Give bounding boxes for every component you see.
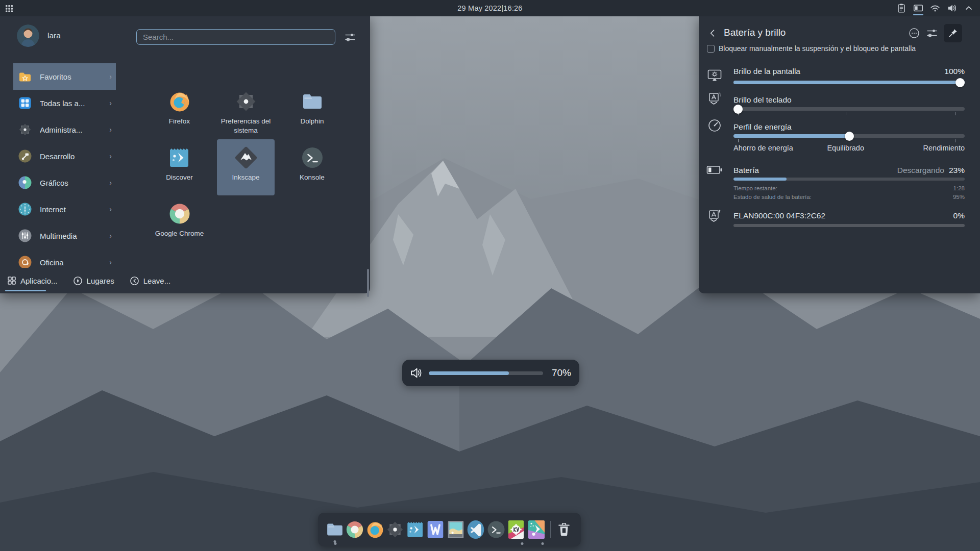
app-discover[interactable]: Discover — [151, 139, 208, 195]
inkscape-icon — [234, 146, 258, 169]
app-firefox[interactable]: Firefox — [151, 83, 208, 139]
battery-status: Descargando 23% — [897, 166, 965, 175]
app-label: Firefox — [169, 117, 190, 126]
app-launcher-icon[interactable] — [4, 4, 14, 14]
trash-icon — [556, 521, 572, 538]
dock-item-firefox[interactable] — [365, 517, 385, 542]
app-preferencias-del-sistema[interactable]: Preferencias del sistema — [217, 83, 275, 139]
volume-osd: 70% — [402, 360, 579, 386]
emoji-circle-icon[interactable] — [907, 26, 921, 40]
pin-icon — [947, 28, 959, 39]
dock-item-konsole[interactable] — [486, 517, 506, 542]
dock-item-writer[interactable] — [426, 517, 446, 542]
tab-aplicaciones[interactable]: Aplicacio... — [6, 276, 59, 285]
keyboard-brightness-label: Brillo del teclado — [733, 95, 792, 105]
sidebar-item-graficos[interactable]: Gráficos › — [13, 169, 116, 196]
power-profile-slider[interactable] — [733, 134, 965, 138]
power-profile-icon — [706, 118, 723, 133]
sidebar-item-oficina[interactable]: Oficina › — [13, 249, 116, 268]
configure-sliders-icon[interactable] — [344, 31, 357, 43]
category-label: Internet — [40, 205, 102, 214]
dock — [318, 513, 581, 546]
dock-item-dolphin[interactable] — [325, 517, 345, 542]
configure-sliders-icon[interactable] — [925, 26, 939, 40]
pin-button-active[interactable] — [944, 24, 962, 42]
app-dolphin[interactable]: Dolphin — [283, 83, 341, 139]
chevron-right-icon: › — [109, 72, 112, 81]
dock-item-krita[interactable] — [526, 517, 547, 542]
battery-icon — [706, 165, 723, 175]
battery-detail-row: Estado de salud de la batería: 95% — [733, 194, 965, 200]
speaker-icon — [409, 366, 424, 380]
sidebar-item-favoritos[interactable]: Favoritos › — [13, 63, 116, 90]
sidebar-item-todas[interactable]: Todas las a... › — [13, 90, 116, 116]
chevron-right-icon: › — [109, 152, 112, 160]
expand-tray-icon[interactable] — [963, 2, 975, 14]
dock-item-trash[interactable] — [554, 517, 574, 542]
category-label: Administra... — [40, 126, 102, 134]
app-label: Discover — [166, 173, 193, 182]
leave-label: Leave... — [143, 277, 170, 285]
keyboard-device-progressbar — [733, 224, 965, 227]
slider-handle[interactable] — [955, 78, 965, 87]
back-button[interactable] — [706, 27, 719, 40]
chevron-right-icon: › — [109, 232, 112, 240]
app-label: Preferencias del sistema — [218, 117, 274, 135]
slider-handle[interactable] — [845, 132, 854, 141]
battery-detail-row: Tiempo restante: 1:28 — [733, 185, 965, 191]
screen-brightness-slider[interactable] — [733, 81, 965, 84]
detail-label: Estado de salud de la batería: — [733, 194, 812, 200]
sidebar-item-internet[interactable]: Internet › — [13, 196, 116, 222]
chevron-right-icon: › — [109, 205, 112, 213]
app-google-chrome[interactable]: Google Chrome — [151, 195, 208, 252]
category-list: Favoritos › Todas las a... › — [0, 59, 128, 268]
detail-label: Tiempo restante: — [733, 185, 777, 191]
app-label: Google Chrome — [155, 229, 204, 238]
app-konsole[interactable]: Konsole — [283, 139, 341, 195]
avatar — [17, 24, 39, 47]
wifi-icon[interactable] — [929, 2, 941, 14]
kdenlive-icon — [507, 520, 525, 539]
clock[interactable]: 29 May 2022|16:26 — [457, 0, 522, 16]
sidebar-item-administracion[interactable]: Administra... › — [13, 116, 116, 143]
administration-icon — [18, 122, 32, 137]
option-rendimiento[interactable]: Rendimiento — [923, 144, 965, 152]
dock-item-discover[interactable] — [405, 517, 426, 542]
firefox-icon — [168, 90, 191, 113]
lock-suspend-checkbox[interactable] — [707, 45, 715, 53]
krita-icon — [527, 520, 546, 539]
tab-label: Lugares — [87, 277, 114, 285]
chevron-right-icon: › — [109, 258, 112, 266]
active-tray-underline — [913, 14, 923, 15]
option-ahorro[interactable]: Ahorro de energía — [733, 144, 793, 152]
slider-handle[interactable] — [733, 105, 743, 114]
system-tray — [895, 0, 975, 16]
dock-item-google-chrome[interactable] — [345, 517, 365, 542]
detail-value: 1:28 — [953, 185, 965, 191]
all-applications-icon — [18, 96, 32, 110]
lock-suspend-label: Bloquear manualmente la suspensión y el … — [719, 44, 916, 53]
volume-icon[interactable] — [946, 2, 958, 14]
clipboard-icon[interactable] — [895, 2, 908, 14]
keyboard-brightness-slider[interactable] — [733, 107, 965, 111]
sidebar-item-desarrollo[interactable]: Desarrollo › — [13, 143, 116, 169]
dock-item-system-settings[interactable] — [385, 517, 406, 542]
chevron-right-icon: › — [109, 126, 112, 134]
google-chrome-icon — [168, 202, 191, 226]
user-row[interactable]: lara — [17, 24, 61, 47]
sidebar-item-multimedia[interactable]: Multimedia › — [13, 222, 116, 249]
running-indicator — [521, 542, 524, 545]
dock-item-image-viewer[interactable] — [446, 517, 466, 542]
multimedia-icon — [18, 229, 32, 243]
category-label: Todas las a... — [40, 99, 102, 108]
display-brightness-icon[interactable] — [912, 2, 924, 14]
dock-item-vscode[interactable] — [466, 517, 486, 542]
dock-item-kdenlive[interactable] — [506, 517, 527, 542]
office-icon — [18, 255, 32, 268]
option-equilibrado[interactable]: Equilibrado — [827, 144, 864, 152]
app-inkscape[interactable]: Inkscape — [217, 139, 275, 195]
leave-button[interactable]: Leave... — [129, 276, 172, 286]
panel-title: Batería y brillo — [724, 27, 786, 38]
search-input[interactable] — [136, 29, 335, 45]
tab-lugares[interactable]: Lugares — [72, 276, 115, 286]
